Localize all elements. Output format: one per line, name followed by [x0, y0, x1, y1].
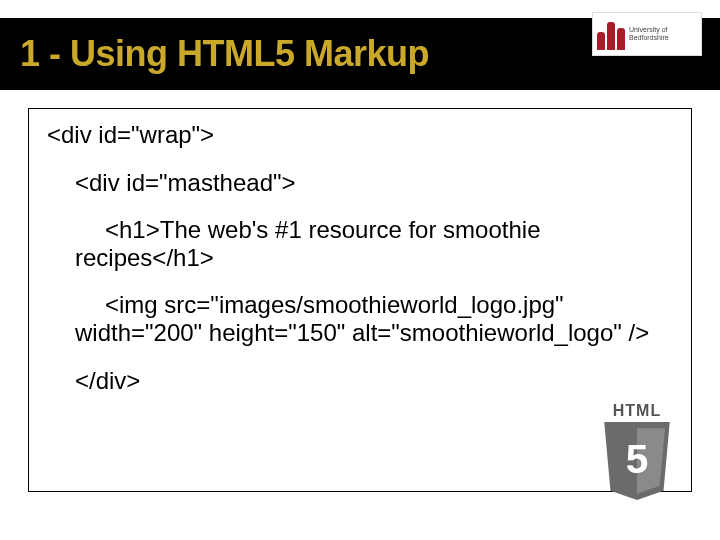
code-line-3: <h1>The web's #1 resource for smoothie r…	[47, 216, 673, 271]
university-mark-icon	[597, 18, 625, 50]
html5-label: HTML	[613, 402, 661, 420]
university-name-line1: University of	[629, 26, 669, 34]
code-line-2: <div id="masthead">	[47, 169, 673, 197]
shield-number: 5	[626, 436, 649, 482]
code-line-5: </div>	[47, 367, 673, 395]
slide-title: 1 - Using HTML5 Markup	[20, 33, 429, 75]
slide: 1 - Using HTML5 Markup University of Bed…	[0, 0, 720, 540]
university-name: University of Bedfordshire	[629, 26, 669, 41]
shield-icon: 5	[597, 422, 677, 500]
university-name-line2: Bedfordshire	[629, 34, 669, 42]
university-logo: University of Bedfordshire	[592, 12, 702, 56]
code-line-4: <img src="images/smoothieworld_logo.jpg"…	[47, 291, 673, 346]
html5-logo: HTML 5	[582, 402, 692, 512]
code-line-1: <div id="wrap">	[47, 121, 673, 149]
